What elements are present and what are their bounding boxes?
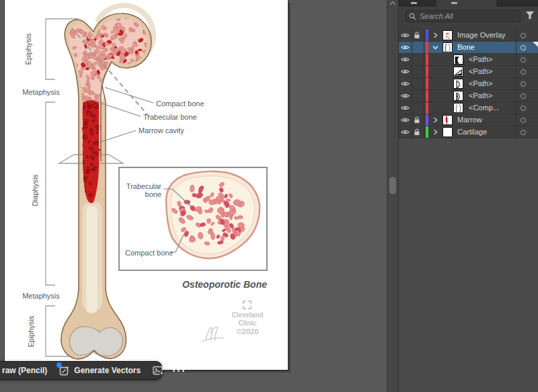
generate-vectors-button[interactable]: Generate Vectors: [74, 366, 141, 375]
draw-pencil-button[interactable]: raw (Pencil): [0, 366, 52, 375]
layer-name[interactable]: <Path>: [469, 90, 492, 102]
label-metaphysis-bottom: Metaphysis: [22, 292, 60, 300]
layer-thumbnail[interactable]: [453, 54, 463, 65]
layer-name[interactable]: Image Overlay: [457, 30, 506, 41]
inset-trabecular-line2: bone: [145, 190, 161, 198]
disclosure-right-icon[interactable]: [432, 117, 438, 123]
disclosure-right-icon[interactable]: [432, 32, 438, 38]
callout-marrow-cavity: Marrow cavity: [139, 126, 184, 134]
layer-thumbnail[interactable]: [453, 91, 463, 101]
target-circle[interactable]: [521, 106, 526, 111]
layer-thumbnail[interactable]: [453, 79, 463, 89]
panel-tab[interactable]: [451, 2, 457, 4]
visibility-eye-icon[interactable]: [401, 69, 410, 75]
lock-icon[interactable]: [414, 116, 420, 124]
target-circle[interactable]: [521, 130, 526, 135]
layer-color-bar: [426, 90, 428, 102]
layer-color-bar: [426, 126, 428, 138]
layer-row-path[interactable]: <Path>: [399, 54, 538, 66]
lock-icon[interactable]: [414, 32, 420, 39]
layer-row-image-overlay[interactable]: Image Overlay: [399, 30, 538, 42]
inset-title: Osteoporotic Bone: [182, 279, 267, 290]
layer-name[interactable]: <Comp...: [469, 102, 499, 114]
panel-tabs: [399, 0, 538, 7]
label-epiphysis-bottom: Epiphysis: [27, 315, 35, 348]
label-metaphysis-top: Metaphysis: [22, 88, 60, 96]
layer-row-path[interactable]: <Path>: [399, 90, 538, 102]
layer-name[interactable]: <Path>: [469, 78, 492, 89]
target-circle[interactable]: [521, 93, 526, 99]
inset-compact-bone: Compact bone: [125, 249, 174, 257]
credit-clinic: Clinic: [238, 319, 257, 327]
target-circle[interactable]: [521, 118, 526, 123]
layer-row-compound[interactable]: <Comp...: [399, 102, 538, 114]
bottom-toolbar: raw (Pencil) Generate Vectors: [0, 361, 162, 380]
search-placeholder: Search All: [420, 12, 453, 20]
layer-name[interactable]: <Path>: [469, 66, 492, 77]
visibility-eye-icon[interactable]: [401, 44, 410, 50]
layer-row-path[interactable]: <Path>: [399, 66, 538, 78]
visibility-eye-icon[interactable]: [401, 32, 410, 38]
layer-row-bone[interactable]: Bone: [399, 42, 538, 54]
layer-color-bar: [426, 42, 428, 53]
visibility-eye-icon[interactable]: [401, 129, 410, 135]
layer-name[interactable]: <Path>: [469, 54, 492, 65]
layer-color-bar: [426, 78, 428, 89]
layer-color-bar: [426, 114, 428, 126]
callout-trabecular-bone: Trabecular bone: [143, 113, 197, 121]
target-circle[interactable]: [521, 57, 526, 63]
selection-corner-indicator: [533, 42, 538, 48]
layer-name[interactable]: Cartilage: [457, 126, 487, 138]
bone-illustration: Epiphysis Metaphysis Diaphysis Metaphysi…: [5, 0, 288, 370]
more-options-button[interactable]: [173, 370, 184, 372]
lock-icon[interactable]: [414, 128, 420, 136]
layer-thumbnail[interactable]: [443, 42, 453, 52]
target-circle[interactable]: [521, 81, 526, 87]
column-divider: [516, 30, 516, 139]
layer-thumbnail[interactable]: [453, 67, 463, 77]
layer-color-bar: [426, 102, 428, 114]
layer-row-marrow[interactable]: Marrow: [399, 114, 538, 126]
target-circle[interactable]: [521, 33, 526, 38]
layers-list: Image Overlay Bone: [399, 30, 538, 139]
target-circle[interactable]: [521, 45, 526, 50]
filter-funnel-icon[interactable]: [525, 11, 535, 20]
layers-panel: Search All Image Overlay: [398, 0, 538, 392]
layer-thumbnail[interactable]: [453, 103, 463, 113]
chevron-up-icon[interactable]: [389, 1, 397, 6]
layer-color-bar: [426, 30, 428, 41]
search-input[interactable]: Search All: [406, 10, 521, 22]
layer-thumbnail[interactable]: [443, 115, 453, 125]
visibility-eye-icon[interactable]: [401, 117, 410, 123]
credit-block: Cleveland Clinic ©2020: [202, 300, 264, 342]
layer-row-path[interactable]: <Path>: [399, 78, 538, 90]
artist-signature: [202, 327, 224, 342]
column-divider: [412, 30, 412, 139]
canvas-scrollbar[interactable]: [387, 0, 398, 392]
disclosure-right-icon[interactable]: [432, 129, 438, 135]
label-diaphysis: Diaphysis: [31, 174, 39, 206]
panel-tab[interactable]: [411, 2, 417, 4]
layer-thumbnail[interactable]: [443, 127, 453, 137]
visibility-eye-icon[interactable]: [401, 81, 410, 87]
visibility-eye-icon[interactable]: [401, 105, 410, 111]
disclosure-down-icon[interactable]: [432, 44, 438, 50]
generate-vectors-icon[interactable]: [59, 365, 70, 376]
credit-year: ©2020: [237, 327, 259, 336]
panel-tab-active[interactable]: [436, 0, 496, 7]
layer-name[interactable]: Marrow: [457, 114, 482, 126]
layer-color-bar: [426, 66, 428, 77]
layer-name[interactable]: Bone: [457, 42, 475, 53]
layer-row-cartilage[interactable]: Cartilage: [399, 126, 538, 139]
artboard: Epiphysis Metaphysis Diaphysis Metaphysi…: [5, 0, 288, 370]
visibility-eye-icon[interactable]: [401, 93, 410, 99]
column-divider: [424, 30, 424, 139]
distal-cartilage: [69, 327, 122, 356]
scrollbar-thumb[interactable]: [389, 177, 396, 194]
cleveland-clinic-logo: [242, 300, 252, 310]
layer-thumbnail[interactable]: [443, 30, 453, 40]
add-image-icon[interactable]: [153, 366, 165, 376]
search-icon: [409, 13, 416, 20]
visibility-eye-icon[interactable]: [401, 56, 410, 63]
target-circle[interactable]: [521, 69, 526, 75]
